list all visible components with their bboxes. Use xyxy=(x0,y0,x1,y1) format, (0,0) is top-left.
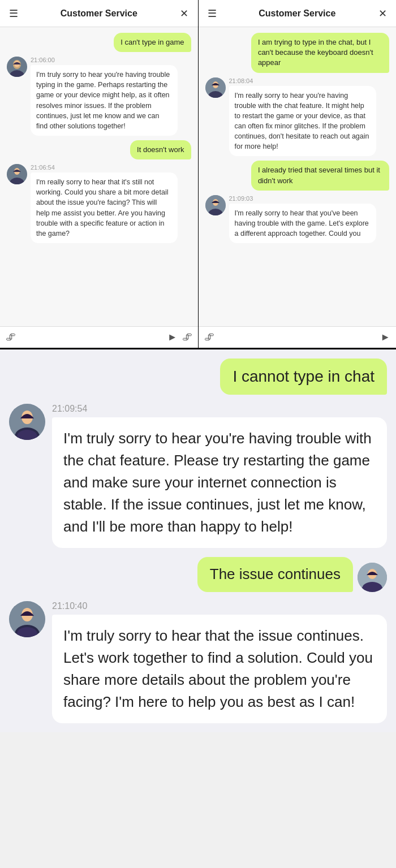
main-chat-view: I cannot type in chat 21:09:54 I'm truly… xyxy=(0,349,396,732)
left-agent-bubble-1: I'm truly sorry to hear you're having tr… xyxy=(31,65,178,136)
right-panel: ☰ Customer Service ✕ I am trying to type… xyxy=(199,0,397,348)
main-agent-content-2: 21:10:40 I'm truly sorry to hear that th… xyxy=(52,601,387,723)
main-agent-row-2: 21:10:40 I'm truly sorry to hear that th… xyxy=(9,601,387,723)
left-agent-content-1: 21:06:00 I'm truly sorry to hear you're … xyxy=(31,57,178,136)
main-agent-bubble-1: I'm truly sorry to hear you're having tr… xyxy=(52,417,387,548)
main-user-row-1: I cannot type in chat xyxy=(9,359,387,395)
left-timestamp-2: 21:06:54 xyxy=(31,164,178,171)
right-input-bar: 🖇 ► xyxy=(199,326,397,348)
attachment-icon-left[interactable]: 🖇 xyxy=(6,331,16,343)
left-agent-content-2: 21:06:54 I'm really sorry to hear that i… xyxy=(31,164,178,243)
main-agent-row-1: 21:09:54 I'm truly sorry to hear you're … xyxy=(9,404,387,548)
close-icon-right[interactable]: ✕ xyxy=(376,7,389,20)
left-timestamp-1: 21:06:00 xyxy=(31,57,178,63)
main-user-bubble-2: The issue continues xyxy=(197,557,353,592)
left-agent-row-2: 21:06:54 I'm really sorry to hear that i… xyxy=(7,164,191,243)
main-avatar-2 xyxy=(9,601,45,637)
close-icon-left[interactable]: ✕ xyxy=(178,7,191,20)
left-chat-input[interactable] xyxy=(20,333,163,342)
left-agent-row-1: 21:06:00 I'm truly sorry to hear you're … xyxy=(7,57,191,136)
right-agent-content-2: 21:09:03 I'm really sorry to hear that y… xyxy=(229,195,376,243)
left-user-msg-1: I can't type in game xyxy=(114,33,191,52)
right-agent-content-1: 21:08:04 I'm really sorry to hear you're… xyxy=(229,77,376,157)
left-avatar-2 xyxy=(7,164,27,184)
main-timestamp-2: 21:10:40 xyxy=(52,601,387,611)
right-avatar-1 xyxy=(205,77,226,98)
left-messages: I can't type in game 21:06:00 I'm truly … xyxy=(0,27,198,326)
left-title: Customer Service xyxy=(20,8,178,19)
attachment-icon-right[interactable]: 🖇 xyxy=(204,331,214,343)
attachment-icon-left2[interactable]: 🖇 xyxy=(182,331,192,343)
right-agent-row-2: 21:09:03 I'm really sorry to hear that y… xyxy=(205,195,390,243)
menu-icon-left[interactable]: ☰ xyxy=(7,7,20,20)
main-avatar-1 xyxy=(9,404,45,440)
left-input-bar: 🖇 ► 🖇 xyxy=(0,326,198,348)
main-timestamp-1: 21:09:54 xyxy=(52,404,387,414)
right-user-msg-1: I am trying to type in the chat, but I c… xyxy=(251,33,389,73)
left-panel: ☰ Customer Service ✕ I can't type in gam… xyxy=(0,0,199,348)
right-messages: I am trying to type in the chat, but I c… xyxy=(199,27,397,326)
right-agent-bubble-2: I'm really sorry to hear that you've bee… xyxy=(229,204,376,243)
right-header: ☰ Customer Service ✕ xyxy=(199,0,397,27)
left-header: ☰ Customer Service ✕ xyxy=(0,0,198,27)
right-timestamp-2: 21:09:03 xyxy=(229,195,376,202)
right-chat-input[interactable] xyxy=(219,333,376,342)
main-agent-content-1: 21:09:54 I'm truly sorry to hear you're … xyxy=(52,404,387,548)
right-timestamp-1: 21:08:04 xyxy=(229,77,376,84)
left-agent-bubble-2: I'm really sorry to hear that it's still… xyxy=(31,172,178,243)
main-user-row-2: The issue continues xyxy=(9,557,387,592)
left-user-msg-2: It doesn't work xyxy=(130,140,191,159)
main-agent-bubble-2: I'm truly sorry to hear that the issue c… xyxy=(52,615,387,723)
main-user-bubble-1: I cannot type in chat xyxy=(220,359,387,395)
right-user-msg-2: I already tried that several times but i… xyxy=(251,161,389,190)
right-title: Customer Service xyxy=(219,8,376,19)
right-agent-bubble-1: I'm really sorry to hear you're having t… xyxy=(229,86,376,157)
send-icon-left[interactable]: ► xyxy=(167,331,178,343)
right-avatar-2 xyxy=(205,195,226,215)
menu-icon-right[interactable]: ☰ xyxy=(205,7,219,20)
left-avatar-1 xyxy=(7,57,27,77)
split-view: ☰ Customer Service ✕ I can't type in gam… xyxy=(0,0,396,349)
send-icon-right[interactable]: ► xyxy=(380,331,390,343)
main-user-avatar xyxy=(358,563,387,592)
right-agent-row-1: 21:08:04 I'm really sorry to hear you're… xyxy=(205,77,390,157)
